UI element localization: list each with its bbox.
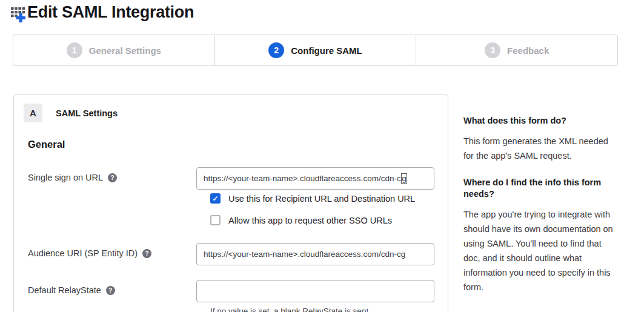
recipient-url-checkbox-label[interactable]: Use this for Recipient URL and Destinati… <box>228 194 415 204</box>
sso-url-label: Single sign on URL <box>28 173 103 182</box>
help-icon[interactable]: ? <box>108 173 117 182</box>
app-grid-plus-icon <box>9 5 26 23</box>
text-cursor: g <box>401 173 408 184</box>
recipient-url-checkbox[interactable]: ✓ <box>210 193 221 204</box>
page-title: Edit SAML Integration <box>27 3 194 22</box>
relay-state-hint: If no value is set, a blank RelayState i… <box>210 307 448 312</box>
help-section-where: Where do I find the info this form needs… <box>463 177 616 294</box>
relay-state-label: Default RelayState <box>28 285 101 295</box>
audience-uri-field-wrap <box>196 243 434 265</box>
group-heading-general: General <box>28 139 448 150</box>
section-title: SAML Settings <box>56 108 118 118</box>
page-header: Edit SAML Integration <box>9 3 194 22</box>
audience-uri-input[interactable] <box>196 243 434 265</box>
help-section-what: What does this form do? This form genera… <box>463 115 616 163</box>
step-label: Configure SAML <box>291 45 362 56</box>
step-general-settings[interactable]: 1 General Settings <box>13 35 215 65</box>
wizard-steps: 1 General Settings 2 Configure SAML 3 Fe… <box>13 35 618 66</box>
sso-url-input[interactable]: https://<your-team-name>.cloudflareacces… <box>196 167 434 190</box>
checkbox-row-other-sso-urls: Allow this app to request other SSO URLs <box>210 215 448 225</box>
help-icon[interactable]: ? <box>142 249 151 258</box>
relay-state-label-wrap: Default RelayState ? <box>14 280 196 295</box>
help-body: The app you're trying to integrate with … <box>463 207 616 294</box>
step-label: Feedback <box>507 45 549 56</box>
checkbox-row-recipient-url: ✓ Use this for Recipient URL and Destina… <box>210 193 448 204</box>
help-heading: What does this form do? <box>463 115 616 127</box>
form-row-relay-state: Default RelayState ? <box>14 280 448 302</box>
other-sso-urls-checkbox[interactable] <box>210 215 221 225</box>
step-number-badge: 2 <box>268 42 284 58</box>
section-a-badge: A <box>24 104 42 122</box>
help-sidebar: What does this form do? This form genera… <box>463 115 616 294</box>
step-label: General Settings <box>89 45 161 56</box>
step-feedback[interactable]: 3 Feedback <box>416 35 617 65</box>
help-heading: Where do I find the info this form needs… <box>463 177 616 200</box>
help-icon[interactable]: ? <box>106 286 115 295</box>
sso-url-field-wrap: https://<your-team-name>.cloudflareacces… <box>196 167 434 190</box>
form-row-audience-uri: Audience URI (SP Entity ID) ? <box>14 243 448 265</box>
other-sso-urls-checkbox-label[interactable]: Allow this app to request other SSO URLs <box>228 216 392 225</box>
sso-url-value: https://<your-team-name>.cloudflareacces… <box>204 174 401 183</box>
audience-uri-label-wrap: Audience URI (SP Entity ID) ? <box>14 243 196 258</box>
step-number-badge: 1 <box>67 42 82 58</box>
panel-header: A SAML Settings <box>14 95 448 122</box>
relay-state-field-wrap <box>196 280 434 302</box>
step-number-badge: 3 <box>485 42 500 58</box>
sso-url-label-wrap: Single sign on URL ? <box>14 167 196 182</box>
help-body: This form generates the XML needed for t… <box>463 134 616 163</box>
step-configure-saml[interactable]: 2 Configure SAML <box>215 35 417 65</box>
audience-uri-label: Audience URI (SP Entity ID) <box>28 248 138 258</box>
relay-state-input[interactable] <box>196 280 434 302</box>
saml-settings-panel: A SAML Settings General Single sign on U… <box>13 95 448 312</box>
form-row-sso-url: Single sign on URL ? https://<your-team-… <box>14 167 448 190</box>
